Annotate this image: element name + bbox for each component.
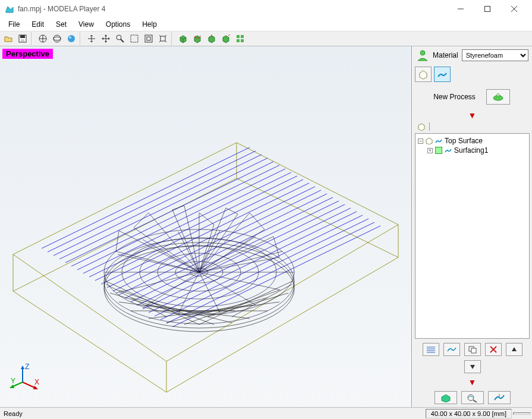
open-button[interactable]	[1, 32, 15, 45]
box-orient-button[interactable]	[219, 32, 233, 45]
zoom-button[interactable]	[113, 32, 127, 45]
status-empty	[513, 412, 531, 415]
svg-line-23	[121, 39, 124, 42]
fit-button[interactable]	[141, 32, 156, 45]
output-tools	[413, 388, 532, 407]
flow-arrow-icon: ▼	[413, 109, 532, 121]
svg-marker-21	[108, 37, 110, 40]
svg-rect-33	[237, 39, 240, 42]
axis-triad: Z X Y	[10, 363, 39, 393]
rotate-button[interactable]	[84, 32, 99, 45]
tree-surface-icon	[435, 137, 442, 144]
tree-root-label: Top Surface	[445, 137, 483, 145]
svg-line-78	[178, 272, 199, 314]
tree-box-icon	[417, 122, 426, 131]
svg-rect-31	[237, 35, 240, 38]
user-icon	[416, 49, 429, 62]
svg-marker-18	[105, 34, 107, 36]
svg-rect-100	[471, 348, 476, 353]
svg-text:Z: Z	[25, 363, 29, 371]
svg-marker-103	[512, 347, 517, 351]
svg-rect-27	[160, 36, 165, 41]
status-dims: 40.00 x 40.00 x 9.00 [mm]	[426, 409, 512, 418]
checkbox-icon[interactable]	[435, 147, 442, 154]
material-select[interactable]: Styrenefoam	[462, 49, 528, 61]
svg-line-30	[228, 34, 230, 36]
menu-bar: File Edit Set View Options Help	[0, 18, 532, 31]
preview-button[interactable]	[435, 391, 457, 404]
expand-icon[interactable]: +	[427, 148, 433, 153]
svg-point-97	[493, 96, 503, 100]
toolpath-lines-button[interactable]	[423, 343, 439, 356]
status-ready: Ready	[0, 410, 426, 417]
menu-view[interactable]: View	[73, 19, 100, 30]
box-move-button[interactable]	[204, 32, 219, 45]
svg-marker-19	[105, 41, 107, 43]
svg-point-11	[53, 37, 61, 40]
zoom-extents-button[interactable]	[156, 32, 170, 45]
status-bar: Ready 40.00 x 40.00 x 9.00 [mm]	[0, 407, 532, 419]
svg-text:Y: Y	[11, 377, 15, 385]
cut-button[interactable]	[488, 391, 511, 404]
flow-arrow-icon-2: ▼	[413, 376, 532, 388]
menu-file[interactable]: File	[2, 19, 26, 30]
svg-rect-5	[20, 35, 25, 38]
view-wire-button[interactable]	[36, 32, 50, 45]
tree-box-small-icon	[426, 137, 433, 144]
model-render	[0, 46, 410, 403]
svg-rect-34	[241, 39, 244, 42]
copy-button[interactable]	[464, 343, 481, 356]
svg-marker-20	[102, 37, 103, 40]
new-process-label: New Process	[433, 93, 476, 101]
svg-rect-24	[131, 35, 138, 42]
move-down-button[interactable]	[464, 360, 481, 373]
maximize-button[interactable]	[474, 1, 500, 17]
svg-rect-32	[241, 35, 244, 38]
svg-marker-88	[21, 366, 24, 369]
collapse-icon[interactable]: −	[418, 138, 423, 144]
menu-set[interactable]: Set	[50, 19, 73, 30]
process-tree[interactable]: − Top Surface + Surfacing1	[415, 133, 530, 339]
svg-point-12	[68, 35, 75, 42]
svg-rect-1	[484, 7, 490, 12]
svg-point-96	[420, 51, 425, 55]
svg-line-74	[116, 272, 199, 293]
menu-help[interactable]: Help	[136, 19, 163, 30]
view-hidden-button[interactable]	[50, 32, 64, 45]
svg-line-106	[473, 400, 477, 402]
move-up-button[interactable]	[506, 343, 522, 356]
zoom-window-button[interactable]	[127, 32, 141, 45]
main-area: Perspective	[0, 46, 532, 407]
tree-root[interactable]: − Top Surface	[418, 136, 527, 146]
svg-text:X: X	[34, 378, 39, 386]
process-tools	[413, 340, 532, 376]
stock-box-button[interactable]	[415, 67, 432, 82]
svg-line-76	[143, 272, 199, 308]
pan-button[interactable]	[99, 32, 113, 45]
grid-green-button[interactable]	[233, 32, 247, 45]
svg-point-13	[69, 36, 71, 39]
minimize-button[interactable]	[447, 1, 474, 17]
simulate-button[interactable]	[461, 391, 484, 404]
3d-viewport[interactable]: Perspective	[0, 46, 412, 407]
menu-options[interactable]: Options	[100, 19, 136, 30]
svg-marker-104	[470, 365, 475, 369]
surface-top-button[interactable]	[434, 67, 451, 82]
tree-child[interactable]: + Surfacing1	[418, 146, 527, 155]
tree-wave-icon	[445, 147, 452, 154]
menu-edit[interactable]: Edit	[26, 19, 50, 30]
box-green-button[interactable]	[176, 32, 190, 45]
svg-rect-26	[147, 37, 150, 40]
title-bar: fan.mpj - MODELA Player 4	[0, 0, 532, 18]
app-icon	[5, 4, 14, 14]
view-shaded-button[interactable]	[64, 32, 78, 45]
save-button[interactable]	[15, 32, 30, 45]
new-process-button[interactable]	[486, 89, 510, 105]
box-rotate-button[interactable]	[190, 32, 204, 45]
path-wave-button[interactable]	[443, 343, 460, 356]
close-button[interactable]	[500, 1, 527, 17]
svg-line-89	[23, 382, 36, 388]
svg-line-83	[118, 254, 199, 272]
delete-button[interactable]	[485, 343, 502, 356]
svg-rect-98	[436, 147, 442, 154]
